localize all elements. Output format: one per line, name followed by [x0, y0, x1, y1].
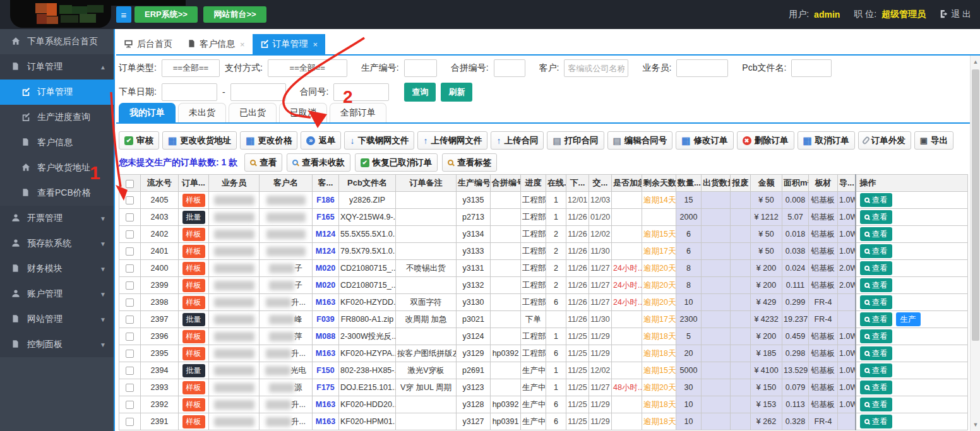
tab-订单管理[interactable]: 订单管理×: [253, 34, 326, 54]
view-button[interactable]: 查看: [860, 295, 892, 309]
view-button[interactable]: 查看: [860, 381, 892, 394]
customer-code-link[interactable]: M020: [316, 281, 335, 290]
sidebar-item-订单管理[interactable]: 订单管理▲: [0, 54, 114, 80]
customer-code-link[interactable]: F165: [316, 213, 335, 221]
customer-code-link[interactable]: M124: [316, 247, 335, 256]
order-tab-我的订单[interactable]: 我的订单: [119, 103, 176, 122]
导出-button[interactable]: ▣导出: [914, 131, 953, 150]
view-button[interactable]: 查看: [860, 210, 892, 224]
vertical-scrollbar[interactable]: ▲ ▼: [970, 56, 980, 431]
row-checkbox[interactable]: [126, 384, 134, 392]
order-date-from-input[interactable]: [162, 83, 217, 101]
scroll-down-arrow[interactable]: ▼: [971, 420, 980, 430]
sidebar-item-网站管理[interactable]: 网站管理▼: [0, 307, 114, 332]
sidebar-item-控制面板[interactable]: 控制面板▼: [0, 332, 114, 357]
query-button[interactable]: 查询: [404, 83, 436, 102]
order-tab-未出货[interactable]: 未出货: [178, 103, 226, 122]
logout-button[interactable]: 退 出: [940, 9, 971, 20]
scrollbar-thumb[interactable]: [972, 69, 979, 341]
view-button[interactable]: 查看: [860, 261, 892, 275]
prod-no-input[interactable]: [404, 59, 437, 77]
order-tab-已取消[interactable]: 已取消: [279, 103, 327, 122]
hamburger-menu-button[interactable]: ≡: [116, 6, 131, 23]
merge-no-input[interactable]: [494, 59, 525, 77]
close-icon[interactable]: ×: [313, 40, 318, 49]
contract-no-input[interactable]: [333, 83, 389, 101]
produce-button[interactable]: 生产: [896, 312, 921, 326]
view-button[interactable]: 查看: [860, 363, 892, 377]
order-tab-全部订单[interactable]: 全部订单: [330, 103, 386, 122]
更改收货地址-button[interactable]: ▦更改收货地址: [162, 131, 237, 150]
customer-code-link[interactable]: M163: [316, 349, 335, 358]
customer-code-link[interactable]: M020: [316, 264, 335, 273]
order-type-select[interactable]: ==全部==: [162, 59, 220, 77]
customer-code-link[interactable]: F039: [316, 315, 335, 324]
order-date-to-input[interactable]: [230, 83, 286, 101]
打印合同-button[interactable]: ▤打印合同: [547, 131, 604, 150]
查看标签-button[interactable]: 查看标签: [442, 153, 497, 172]
tab-后台首页[interactable]: 后台首页: [116, 34, 180, 54]
select-all-checkbox[interactable]: [126, 180, 134, 188]
erp-system-button[interactable]: ERP系统>>: [134, 6, 198, 23]
row-checkbox[interactable]: [126, 247, 134, 256]
view-button[interactable]: 查看: [860, 227, 892, 241]
下载钢网文件-button[interactable]: ↓下载钢网文件: [344, 131, 414, 150]
row-checkbox[interactable]: [126, 230, 134, 239]
查看-button[interactable]: 查看: [244, 153, 282, 172]
编辑合同号-button[interactable]: ▤编辑合同号: [607, 131, 673, 150]
view-button[interactable]: 查看: [860, 415, 892, 428]
row-checkbox[interactable]: [126, 401, 134, 409]
查看未收款-button[interactable]: 查看未收款: [287, 153, 350, 172]
view-button[interactable]: 查看: [860, 193, 892, 207]
删除订单-button[interactable]: ✖删除订单: [737, 131, 794, 150]
sidebar-item-开票管理[interactable]: 开票管理▼: [0, 206, 114, 231]
customer-code-link[interactable]: F150: [316, 366, 335, 375]
customer-code-link[interactable]: F186: [316, 196, 335, 204]
customer-code-link[interactable]: F175: [316, 383, 335, 392]
view-button[interactable]: 查看: [860, 346, 892, 360]
close-icon[interactable]: ×: [240, 40, 245, 49]
sidebar-item-下单系统后台首页[interactable]: 下单系统后台首页: [0, 29, 114, 54]
返单-button[interactable]: »返单: [301, 131, 341, 150]
row-checkbox[interactable]: [126, 333, 134, 341]
row-checkbox[interactable]: [126, 298, 134, 307]
row-checkbox[interactable]: [126, 213, 134, 221]
审核-button[interactable]: ✔审核: [119, 131, 159, 150]
site-front-button[interactable]: 网站前台>>: [203, 6, 266, 23]
sidebar-item-预存款系统[interactable]: 预存款系统▼: [0, 231, 114, 256]
sidebar-item-客户收货地址[interactable]: 客户收货地址: [0, 155, 114, 180]
view-button[interactable]: 查看: [860, 278, 892, 292]
customer-input[interactable]: [564, 59, 628, 77]
sidebar-item-查看PCB价格[interactable]: 查看PCB价格: [0, 180, 114, 206]
refresh-button[interactable]: 刷新: [441, 83, 472, 102]
row-checkbox[interactable]: [126, 350, 134, 358]
sidebar-item-订单管理[interactable]: 订单管理: [0, 80, 114, 105]
customer-code-link[interactable]: M163: [316, 417, 335, 426]
恢复已取消订单-button[interactable]: ✔恢复已取消订单: [355, 153, 438, 172]
customer-code-link[interactable]: M124: [316, 230, 335, 239]
tab-客户信息[interactable]: 客户信息×: [180, 34, 253, 54]
pcb-name-input[interactable]: [791, 59, 832, 77]
customer-code-link[interactable]: M088: [316, 332, 335, 341]
上传合同-button[interactable]: ↑上传合同: [491, 131, 544, 150]
scroll-up-arrow[interactable]: ▲: [971, 57, 980, 67]
更改价格-button[interactable]: ▦更改价格: [240, 131, 297, 150]
row-checkbox[interactable]: [126, 418, 134, 426]
customer-code-link[interactable]: M163: [316, 298, 335, 307]
view-button[interactable]: 查看: [860, 312, 892, 326]
row-checkbox[interactable]: [126, 264, 134, 273]
订单外发-button[interactable]: 订单外发: [858, 131, 911, 150]
取消订单-button[interactable]: ▦取消订单: [798, 131, 855, 150]
order-tab-已出货[interactable]: 已出货: [229, 103, 277, 122]
上传钢网文件-button[interactable]: ↑上传钢网文件: [417, 131, 487, 150]
row-checkbox[interactable]: [126, 367, 134, 375]
sidebar-item-生产进度查询[interactable]: 生产进度查询: [0, 105, 114, 130]
view-button[interactable]: 查看: [860, 329, 892, 343]
修改订单-button[interactable]: ▦修改订单: [676, 131, 733, 150]
salesman-input[interactable]: [676, 59, 728, 77]
row-checkbox[interactable]: [126, 316, 134, 324]
sidebar-item-财务模块[interactable]: 财务模块▼: [0, 256, 114, 281]
row-checkbox[interactable]: [126, 196, 134, 204]
customer-code-link[interactable]: M163: [316, 400, 335, 409]
sidebar-item-账户管理[interactable]: 账户管理▼: [0, 281, 114, 307]
